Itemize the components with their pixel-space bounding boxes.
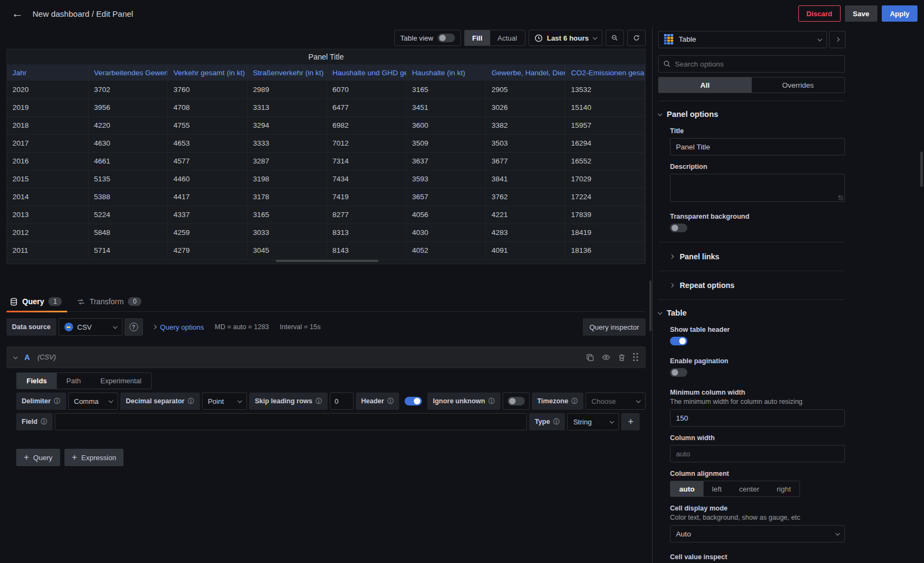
header-toggle[interactable] <box>405 397 422 405</box>
ignore-unknown-toggle[interactable] <box>507 397 525 405</box>
query-inspector-button[interactable]: Query inspector <box>583 318 646 336</box>
table-cell[interactable]: 15140 <box>565 99 645 116</box>
sidebar-scrollbar[interactable] <box>920 152 923 187</box>
column-header[interactable]: Haushalte (in kt) <box>406 64 486 81</box>
table-cell[interactable]: 5714 <box>88 241 168 259</box>
table-cell[interactable]: 16294 <box>565 134 645 152</box>
table-cell[interactable]: 4221 <box>486 206 565 224</box>
table-cell[interactable]: 2013 <box>7 206 88 224</box>
tab-transform[interactable]: Transform 0 <box>77 297 141 311</box>
align-option-left[interactable]: left <box>704 481 731 496</box>
table-cell[interactable]: 2016 <box>7 152 88 170</box>
table-cell[interactable]: 4279 <box>168 241 248 259</box>
table-cell[interactable]: 4220 <box>88 116 168 134</box>
table-cell[interactable]: 3762 <box>486 188 565 206</box>
back-arrow-icon[interactable]: ← <box>9 5 26 22</box>
table-cell[interactable]: 3333 <box>248 134 327 152</box>
datasource-help-button[interactable]: ? <box>125 318 143 336</box>
table-cell[interactable]: 4030 <box>406 224 486 241</box>
apply-button[interactable]: Apply <box>882 5 918 22</box>
table-cell[interactable]: 8277 <box>327 206 406 224</box>
table-cell[interactable]: 4708 <box>168 99 248 116</box>
add-expression-button[interactable]: + Expression <box>64 449 124 466</box>
column-header[interactable]: CO2-Emissionen gesar <box>565 64 645 81</box>
table-cell[interactable]: 4460 <box>168 170 248 188</box>
datasource-select[interactable]: CSV <box>58 318 122 336</box>
table-cell[interactable]: 3637 <box>406 152 486 170</box>
time-range-picker[interactable]: Last 6 hours <box>529 30 602 46</box>
transparent-bg-toggle[interactable] <box>670 224 687 232</box>
query-ref-id[interactable]: A <box>24 353 30 362</box>
table-cell[interactable]: 2017 <box>7 134 88 152</box>
decimal-separator-select[interactable]: Point <box>202 392 248 410</box>
table-cell[interactable]: 3178 <box>248 188 327 206</box>
table-cell[interactable]: 6982 <box>327 116 406 134</box>
table-cell[interactable]: 2989 <box>248 81 327 99</box>
column-header[interactable]: Verarbeitendes Gewerl <box>88 64 168 81</box>
delimiter-select[interactable]: Comma <box>68 392 119 410</box>
table-cell[interactable]: 6070 <box>327 81 406 99</box>
table-view-toggle[interactable] <box>438 34 455 42</box>
table-cell[interactable]: 15957 <box>565 116 645 134</box>
table-cell[interactable]: 3503 <box>486 134 565 152</box>
table-cell[interactable]: 2018 <box>7 116 88 134</box>
fill-option[interactable]: Fill <box>465 30 490 45</box>
column-header[interactable]: Gewerbe, Handel, Dien <box>486 64 565 81</box>
horizontal-scrollbar[interactable] <box>276 260 379 262</box>
table-cell[interactable]: 3451 <box>406 99 486 116</box>
table-cell[interactable]: 3657 <box>406 188 486 206</box>
table-cell[interactable]: 5135 <box>88 170 168 188</box>
table-cell[interactable]: 8313 <box>327 224 406 241</box>
table-view-toggle-group[interactable]: Table view <box>394 30 461 46</box>
table-cell[interactable]: 3593 <box>406 170 486 188</box>
table-cell[interactable]: 3287 <box>248 152 327 170</box>
table-cell[interactable]: 3313 <box>248 99 327 116</box>
enable-pagination-toggle[interactable] <box>670 368 687 377</box>
table-cell[interactable]: 3509 <box>406 134 486 152</box>
table-section-header[interactable]: Table <box>658 307 846 318</box>
table-cell[interactable]: 3198 <box>248 170 327 188</box>
trash-icon[interactable] <box>618 353 626 362</box>
table-cell[interactable]: 6477 <box>327 99 406 116</box>
table-cell[interactable]: 2020 <box>7 81 88 99</box>
table-cell[interactable]: 2015 <box>7 170 88 188</box>
table-cell[interactable]: 7314 <box>327 152 406 170</box>
tab-all[interactable]: All <box>659 77 752 93</box>
collapse-chevron-icon[interactable] <box>13 355 17 359</box>
collapse-options-button[interactable] <box>829 31 845 48</box>
table-cell[interactable]: 2012 <box>7 224 88 241</box>
table-cell[interactable]: 18419 <box>565 224 645 241</box>
csv-editor-tab-experimental[interactable]: Experimental <box>90 373 151 389</box>
table-cell[interactable]: 13532 <box>565 81 645 99</box>
add-field-button[interactable]: + <box>621 413 640 430</box>
table-cell[interactable]: 2011 <box>7 241 88 259</box>
refresh-button[interactable] <box>627 30 646 46</box>
table-cell[interactable]: 3702 <box>88 81 168 99</box>
column-header[interactable]: Jahr <box>7 64 88 81</box>
tab-overrides[interactable]: Overrides <box>752 77 845 93</box>
repeat-options-expander[interactable]: Repeat options <box>670 279 846 292</box>
field-name-input[interactable] <box>55 413 527 430</box>
column-header[interactable]: Verkehr gesamt (in kt) <box>168 64 248 81</box>
table-cell[interactable]: 3382 <box>486 116 565 134</box>
table-cell[interactable]: 4337 <box>168 206 248 224</box>
table-cell[interactable]: 18136 <box>565 241 645 259</box>
add-query-button[interactable]: + Query <box>16 449 60 466</box>
table-cell[interactable]: 17224 <box>565 188 645 206</box>
table-cell[interactable]: 3600 <box>406 116 486 134</box>
table-cell[interactable]: 3026 <box>486 99 565 116</box>
skip-leading-rows-input[interactable] <box>330 392 354 410</box>
main-vertical-scrollbar[interactable] <box>649 280 652 331</box>
table-cell[interactable]: 4283 <box>486 224 565 241</box>
panel-title[interactable]: Panel Title <box>7 49 645 64</box>
table-cell[interactable]: 3760 <box>168 81 248 99</box>
tab-query[interactable]: Query 1 <box>10 297 62 311</box>
table-cell[interactable]: 7012 <box>327 134 406 152</box>
panel-links-expander[interactable]: Panel links <box>670 250 846 263</box>
discard-button[interactable]: Discard <box>798 5 841 22</box>
table-cell[interactable]: 4661 <box>88 152 168 170</box>
search-input[interactable] <box>675 60 840 68</box>
csv-editor-tab-fields[interactable]: Fields <box>17 373 57 389</box>
duplicate-icon[interactable] <box>586 353 594 362</box>
table-cell[interactable]: 4653 <box>168 134 248 152</box>
